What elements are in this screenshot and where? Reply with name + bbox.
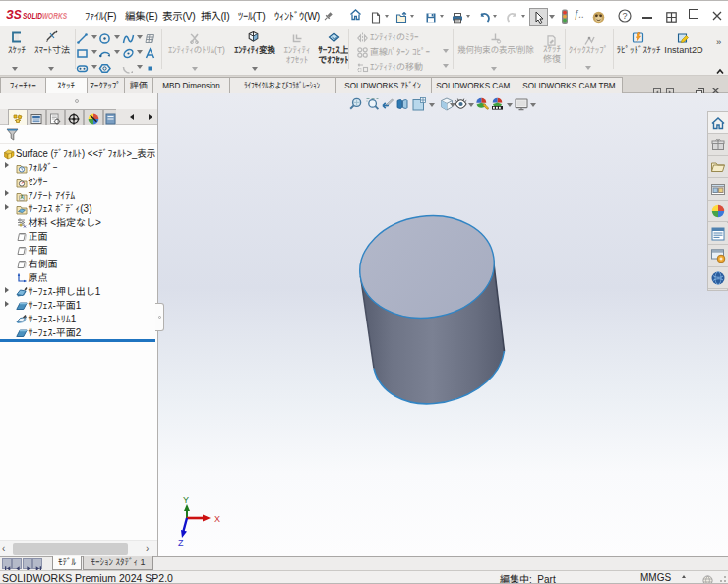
svg-text:X: X xyxy=(214,514,220,524)
svg-text:SOLIDWORKS: SOLIDWORKS xyxy=(23,10,67,21)
svg-text:Z: Z xyxy=(178,538,184,547)
svg-text:ЗS: ЗS xyxy=(6,8,22,22)
svg-text:Y: Y xyxy=(183,496,189,505)
svg-text:?: ? xyxy=(622,11,627,21)
